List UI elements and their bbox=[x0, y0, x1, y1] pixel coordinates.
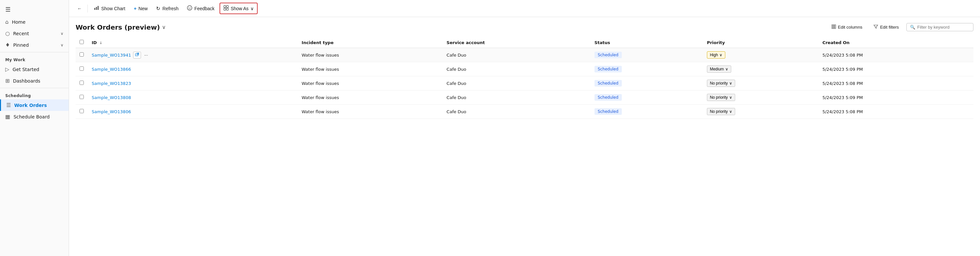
sidebar-item-dashboards[interactable]: ⊞ Dashboards bbox=[0, 75, 69, 86]
edit-filters-label: Edit filters bbox=[880, 25, 899, 30]
back-button[interactable]: ← bbox=[74, 4, 85, 13]
service-account-column-header[interactable]: Service account bbox=[443, 37, 590, 48]
priority-dropdown[interactable]: High ∨ bbox=[707, 51, 725, 59]
work-order-id-link[interactable]: Sample_WO13808 bbox=[92, 95, 131, 100]
feedback-icon bbox=[187, 5, 192, 11]
status-column-header[interactable]: Status bbox=[590, 37, 703, 48]
play-icon: ▷ bbox=[5, 66, 9, 72]
priority-value: High bbox=[710, 53, 718, 57]
created-on-cell: 5/24/2023 5:09 PM bbox=[818, 91, 974, 105]
sidebar-item-recent[interactable]: ○ Recent ∨ bbox=[0, 28, 69, 39]
id-cell: Sample_WO13941 ··· bbox=[88, 48, 298, 62]
row-checkbox[interactable] bbox=[80, 95, 84, 99]
sort-icon: ↓ bbox=[99, 41, 102, 45]
status-badge: Scheduled bbox=[595, 108, 622, 115]
edit-columns-label: Edit columns bbox=[838, 25, 862, 30]
work-order-id-link[interactable]: Sample_WO13941 bbox=[92, 53, 131, 58]
show-chart-button[interactable]: Show Chart bbox=[91, 3, 129, 14]
row-checkbox-cell bbox=[76, 91, 88, 105]
status-cell: Scheduled bbox=[590, 105, 703, 119]
new-button[interactable]: + New bbox=[130, 4, 151, 13]
priority-column-header[interactable]: Priority bbox=[703, 37, 818, 48]
priority-dropdown[interactable]: No priority ∨ bbox=[707, 80, 735, 87]
row-checkbox[interactable] bbox=[80, 81, 84, 85]
table-row: Sample_WO13808 Water flow issues Cafe Du… bbox=[76, 91, 974, 105]
id-cell: Sample_WO13808 bbox=[88, 91, 298, 105]
row-checkbox[interactable] bbox=[80, 109, 84, 113]
sidebar-item-label: Work Orders bbox=[14, 102, 64, 108]
list-icon: ☰ bbox=[6, 102, 11, 108]
status-cell: Scheduled bbox=[590, 91, 703, 105]
work-order-id-link[interactable]: Sample_WO13823 bbox=[92, 81, 131, 86]
columns-icon bbox=[832, 24, 836, 30]
show-as-button[interactable]: Show As ∨ bbox=[220, 3, 258, 14]
svg-point-4 bbox=[187, 6, 192, 10]
sidebar-item-get-started[interactable]: ▷ Get Started bbox=[0, 64, 69, 75]
id-cell: Sample_WO13866 bbox=[88, 62, 298, 76]
table-row: Sample_WO13806 Water flow issues Cafe Du… bbox=[76, 105, 974, 119]
priority-dropdown[interactable]: No priority ∨ bbox=[707, 108, 735, 115]
incident-type-cell: Water flow issues bbox=[298, 105, 443, 119]
chevron-down-icon: ∨ bbox=[719, 53, 722, 57]
service-account-cell: Cafe Duo bbox=[443, 48, 590, 62]
sidebar-item-pinned[interactable]: ♦ Pinned ∨ bbox=[0, 39, 69, 51]
select-all-checkbox[interactable] bbox=[80, 40, 84, 44]
id-cell: Sample_WO13823 bbox=[88, 76, 298, 91]
main-area: ← Show Chart + New ↻ Refresh bbox=[69, 0, 980, 256]
sidebar-item-schedule-board[interactable]: ▦ Schedule Board bbox=[0, 111, 69, 122]
chevron-down-icon: ∨ bbox=[729, 81, 732, 86]
priority-dropdown[interactable]: No priority ∨ bbox=[707, 94, 735, 101]
incident-type-cell: Water flow issues bbox=[298, 62, 443, 76]
work-order-id-link[interactable]: Sample_WO13866 bbox=[92, 67, 131, 72]
refresh-button[interactable]: ↻ Refresh bbox=[153, 3, 182, 14]
new-label: New bbox=[138, 6, 148, 11]
filter-input-wrapper: 🔍 bbox=[906, 23, 974, 31]
feedback-button[interactable]: Feedback bbox=[183, 3, 218, 14]
priority-value: Medium bbox=[710, 67, 724, 71]
open-record-button[interactable] bbox=[133, 52, 141, 59]
show-chart-label: Show Chart bbox=[101, 6, 125, 11]
hamburger-icon[interactable]: ☰ bbox=[0, 3, 69, 16]
scheduling-section-label: Scheduling bbox=[0, 90, 69, 99]
filter-icon bbox=[873, 24, 878, 30]
priority-dropdown[interactable]: Medium ∨ bbox=[707, 66, 731, 73]
priority-cell: Medium ∨ bbox=[703, 62, 818, 76]
show-as-icon bbox=[223, 5, 229, 11]
row-checkbox[interactable] bbox=[80, 66, 84, 71]
content-header: Work Orders (preview) ∨ Edit columns bbox=[76, 22, 974, 32]
row-more-options-button[interactable]: ··· bbox=[143, 52, 150, 58]
created-on-cell: 5/24/2023 5:08 PM bbox=[818, 48, 974, 62]
table-row: Sample_WO13941 ··· Water flow issues Caf… bbox=[76, 48, 974, 62]
feedback-label: Feedback bbox=[194, 6, 214, 11]
service-account-cell: Cafe Duo bbox=[443, 62, 590, 76]
incident-type-column-header[interactable]: Incident type bbox=[298, 37, 443, 48]
chevron-down-icon: ∨ bbox=[725, 67, 728, 71]
svg-rect-10 bbox=[226, 8, 228, 10]
sidebar-item-work-orders[interactable]: ☰ Work Orders bbox=[0, 99, 69, 111]
refresh-label: Refresh bbox=[162, 6, 178, 11]
chevron-down-icon: ∨ bbox=[729, 95, 732, 100]
filter-keyword-input[interactable] bbox=[917, 25, 970, 30]
edit-columns-button[interactable]: Edit columns bbox=[828, 22, 866, 32]
svg-rect-0 bbox=[94, 8, 95, 10]
status-badge: Scheduled bbox=[595, 94, 622, 101]
row-checkbox-cell bbox=[76, 62, 88, 76]
grid-icon: ⊞ bbox=[5, 78, 10, 84]
row-checkbox[interactable] bbox=[80, 52, 84, 57]
work-order-id-link[interactable]: Sample_WO13806 bbox=[92, 109, 131, 114]
table-row: Sample_WO13866 Water flow issues Cafe Du… bbox=[76, 62, 974, 76]
chart-icon bbox=[94, 5, 99, 11]
edit-filters-button[interactable]: Edit filters bbox=[870, 22, 902, 32]
priority-value: No priority bbox=[710, 109, 728, 114]
service-account-cell: Cafe Duo bbox=[443, 91, 590, 105]
svg-rect-12 bbox=[833, 25, 834, 29]
created-on-column-header[interactable]: Created On bbox=[818, 37, 974, 48]
id-column-header[interactable]: ID ↓ bbox=[88, 37, 298, 48]
title-chevron-icon[interactable]: ∨ bbox=[162, 24, 166, 30]
svg-point-6 bbox=[190, 7, 191, 8]
status-cell: Scheduled bbox=[590, 62, 703, 76]
content-actions: Edit columns Edit filters 🔍 bbox=[828, 22, 974, 32]
sidebar-item-home[interactable]: ⌂ Home bbox=[0, 16, 69, 28]
priority-cell: No priority ∨ bbox=[703, 76, 818, 91]
sidebar-divider bbox=[0, 52, 69, 52]
